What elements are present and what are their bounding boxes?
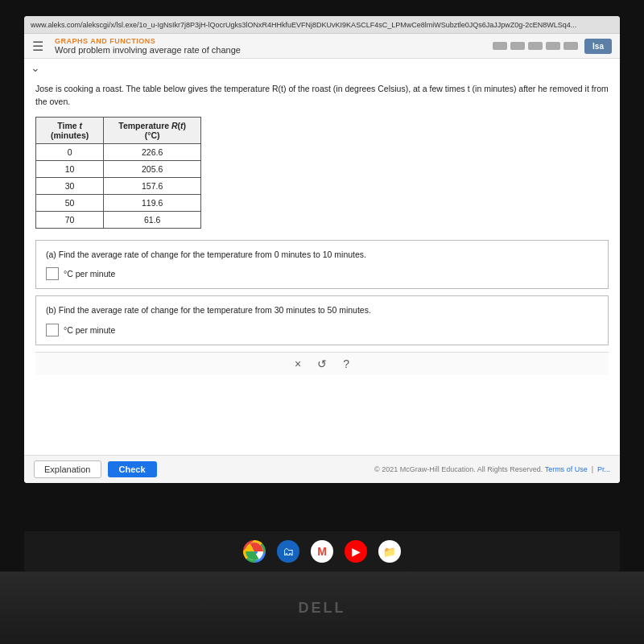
browser-screen: www.aleks.com/alekscgi/x/lsl.exe/1o_u-Ig… [24, 16, 620, 483]
time-1: 10 [36, 160, 104, 177]
progress-dot-1 [493, 42, 507, 50]
temp-4: 61.6 [104, 211, 201, 228]
temp-2: 157.6 [104, 177, 201, 194]
temp-0: 226.6 [104, 143, 201, 160]
temp-1: 205.6 [104, 160, 201, 177]
unit-b: °C per minute [64, 325, 115, 335]
app-header-left: GRAPHS AND FUNCTIONS Word problem involv… [55, 37, 486, 55]
chrome-icon[interactable] [243, 540, 266, 563]
privacy-link[interactable]: Pr... [597, 465, 610, 473]
terms-link[interactable]: Terms of Use [545, 465, 588, 473]
answer-a-input[interactable] [46, 267, 59, 280]
chevron-down-icon[interactable]: ⌄ [31, 61, 40, 74]
app-category: GRAPHS AND FUNCTIONS [55, 37, 486, 45]
table-row: 70 61.6 [36, 211, 201, 228]
chevron-row: ⌄ [24, 59, 620, 76]
progress-dots [493, 42, 578, 50]
time-2: 30 [36, 177, 104, 194]
url-text: www.aleks.com/alekscgi/x/lsl.exe/1o_u-Ig… [31, 21, 576, 29]
copyright-text: © 2021 McGraw-Hill Education. All Rights… [374, 465, 543, 473]
taskbar: 🗂 M ▶ 📁 [24, 531, 620, 572]
question-a-label: (a) Find the average rate of change for … [46, 249, 598, 262]
files-icon[interactable]: 🗂 [277, 540, 299, 563]
answer-b-input[interactable] [46, 324, 59, 336]
multiply-symbol[interactable]: × [295, 357, 301, 370]
progress-dot-2 [510, 42, 525, 50]
time-0: 0 [36, 143, 104, 160]
col2-header: Temperature R(t)(°C) [104, 117, 201, 143]
footer-left: Explanation Check [34, 460, 157, 478]
drive-icon[interactable]: 📁 [378, 540, 401, 563]
question-a-box: (a) Find the average rate of change for … [35, 240, 609, 290]
menu-icon[interactable]: ☰ [32, 39, 43, 54]
app-title: Word problem involving average rate of c… [55, 45, 486, 55]
explanation-button[interactable]: Explanation [34, 460, 101, 478]
progress-dot-3 [528, 42, 543, 50]
col1-header: Time t(minutes) [36, 117, 104, 143]
isa-button[interactable]: Isa [584, 39, 612, 54]
data-table: Time t(minutes) Temperature R(t)(°C) 0 2… [35, 117, 201, 229]
unit-a: °C per minute [64, 269, 115, 279]
footer-right: © 2021 McGraw-Hill Education. All Rights… [374, 465, 610, 473]
laptop-base: DELL [0, 572, 644, 644]
laptop-brand: DELL [299, 600, 346, 617]
main-content: Jose is cooking a roast. The table below… [24, 76, 620, 455]
answer-a-row: °C per minute [46, 267, 598, 280]
url-bar[interactable]: www.aleks.com/alekscgi/x/lsl.exe/1o_u-Ig… [24, 16, 620, 34]
undo-symbol[interactable]: ↺ [317, 357, 327, 370]
question-b-label: (b) Find the average rate of change for … [46, 304, 598, 317]
temp-3: 119.6 [104, 194, 201, 211]
youtube-icon[interactable]: ▶ [345, 540, 367, 563]
app-header: ☰ GRAPHS AND FUNCTIONS Word problem invo… [24, 34, 620, 59]
check-button[interactable]: Check [108, 461, 157, 477]
table-row: 10 205.6 [36, 160, 201, 177]
help-symbol[interactable]: ? [343, 357, 349, 370]
progress-dot-5 [564, 42, 578, 50]
gmail-icon[interactable]: M [311, 540, 333, 563]
footer: Explanation Check © 2021 McGraw-Hill Edu… [24, 455, 620, 483]
keyboard-row: × ↺ ? [35, 352, 609, 375]
table-row: 30 157.6 [36, 177, 201, 194]
progress-dot-4 [546, 42, 560, 50]
time-4: 70 [36, 211, 104, 228]
time-3: 50 [36, 194, 104, 211]
table-row: 50 119.6 [36, 194, 201, 211]
answer-b-row: °C per minute [46, 324, 598, 336]
table-row: 0 226.6 [36, 143, 201, 160]
question-b-box: (b) Find the average rate of change for … [35, 295, 609, 345]
problem-text: Jose is cooking a roast. The table below… [35, 83, 609, 109]
